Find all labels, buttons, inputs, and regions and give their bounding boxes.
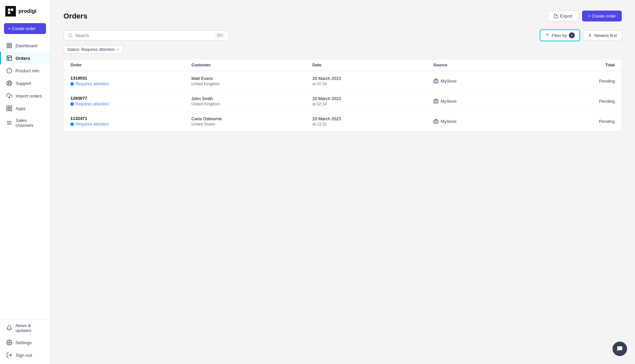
filter-icon [545,33,550,38]
sort-label: Newest first [594,33,617,38]
sidebar-item-dashboard[interactable]: Dashboard [0,39,50,52]
order-status[interactable]: Requires attention [70,122,191,127]
table-row[interactable]: 1319031 Requires attention Matt Evans Un… [64,71,621,91]
orders-table: Order Customer Date Source Total 1319031… [64,59,622,131]
status-label: Requires attention [75,122,109,127]
page-header: Orders Export + Create order [64,11,622,21]
source-cell: MyStore [433,78,554,84]
col-order: Order [70,63,191,67]
header-actions: Export + Create order [548,11,622,21]
sidebar-create-order-button[interactable]: + Create order [4,23,46,34]
sidebar-item-sales-channels-label: Sales channels [16,118,45,128]
customer-name: John Smith [191,96,313,101]
create-order-header-label: + Create order [588,14,616,18]
table-row[interactable]: 1293677 Requires attention John Smith Un… [64,91,621,111]
brand-name: prodigi [19,8,36,14]
col-date: Date [313,63,434,67]
customer-cell: Matt Evans United Kingdom [191,76,313,86]
date-cell: 20 March 2023 at 13:32 [313,116,434,127]
status-label: Requires attention [75,102,109,106]
order-id: 1319031 [70,76,191,81]
filter-count-badge: i [569,32,575,38]
sidebar-item-dashboard-label: Dashboard [16,43,37,48]
sidebar-item-settings-label: Settings [16,340,32,345]
svg-point-29 [68,33,72,37]
order-id: 1293677 [70,96,191,101]
svg-line-15 [8,82,9,83]
sidebar-item-sales-channels[interactable]: Sales channels [0,115,50,131]
svg-rect-21 [10,106,12,108]
status-dot [70,82,74,86]
svg-rect-35 [434,100,438,103]
status-dot [70,123,74,126]
customer-country: United Kingdom [191,102,313,106]
main-content: Orders Export + Create order ⌘K Filter b… [50,0,635,364]
date-cell: 20 March 2023 at 02:34 [313,96,434,106]
col-customer: Customer [191,63,313,67]
svg-rect-1 [11,9,13,11]
logo-icon [5,6,16,17]
order-id: 1132471 [70,116,191,121]
logo: prodigi [0,0,50,23]
status-label: Requires attention [75,82,109,86]
customer-country: United Kingdom [191,82,313,86]
sidebar-item-settings[interactable]: Settings [0,336,50,349]
customer-cell: John Smith United Kingdom [191,96,313,106]
filter-by-button[interactable]: Filter by i [540,29,580,41]
export-button[interactable]: Export [548,11,578,21]
source-cell: MyStore [433,119,554,124]
sidebar-item-apps[interactable]: Apps [0,102,50,115]
svg-rect-2 [8,12,10,14]
sidebar-item-orders[interactable]: Orders [0,52,50,64]
svg-point-27 [9,342,10,344]
page-title: Orders [64,12,87,20]
source-cell: MyStore [433,98,554,104]
sidebar-item-sign-out[interactable]: Sign out [0,349,50,361]
order-status[interactable]: Requires attention [70,82,191,86]
filter-tag-remove-button[interactable]: × [117,47,119,52]
svg-line-30 [71,36,72,37]
sidebar-item-apps-label: Apps [16,106,26,111]
sort-button[interactable]: Newest first [583,30,622,41]
source-name: MyStore [441,119,456,124]
sidebar-item-sign-out-label: Sign out [16,353,32,358]
sidebar-item-product-info[interactable]: Product info [0,64,50,77]
sidebar-item-product-info-label: Product info [16,68,39,73]
sidebar-item-import-orders[interactable]: Import orders [0,90,50,102]
toolbar: ⌘K Filter by i Newest first [64,29,622,41]
date-time: at 02:34 [313,82,434,86]
store-icon [433,119,439,124]
sidebar-item-support-label: Support [16,81,31,86]
chat-button[interactable] [613,342,627,356]
order-status[interactable]: Requires attention [70,102,191,106]
svg-rect-7 [7,56,12,60]
create-order-header-button[interactable]: + Create order [582,11,622,21]
sidebar-bottom: News & updates Settings Sign out [0,319,50,364]
order-cell: 1132471 Requires attention [70,116,191,127]
svg-line-16 [10,84,11,85]
search-input[interactable] [75,33,213,38]
col-source: Source [433,63,554,67]
export-label: Export [560,14,572,18]
sidebar-item-support[interactable]: Support [0,77,50,90]
source-name: MyStore [441,79,456,84]
svg-rect-0 [8,9,10,11]
filter-tag-status: Status: Requires attention × [64,45,123,54]
sidebar-item-import-orders-label: Import orders [16,93,42,98]
status-dot [70,102,74,106]
customer-country: United States [191,122,313,127]
sidebar-item-news-updates[interactable]: News & updates [0,320,50,336]
svg-point-13 [8,82,10,84]
active-filters: Status: Requires attention × [64,45,622,54]
search-shortcut: ⌘K [215,33,225,38]
svg-rect-4 [10,43,12,45]
total-cell: Pending [554,119,615,124]
filter-sort: Filter by i Newest first [540,29,622,41]
svg-line-18 [8,84,9,85]
date-main: 20 March 2023 [313,96,434,101]
search-box[interactable]: ⌘K [64,30,229,41]
table-row[interactable]: 1132471 Requires attention Carla Osbourn… [64,111,621,131]
svg-rect-22 [7,109,9,111]
source-name: MyStore [441,99,456,104]
svg-rect-36 [434,120,438,123]
